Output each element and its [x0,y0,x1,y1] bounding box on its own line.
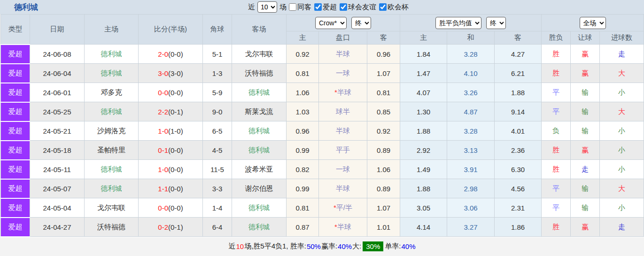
recent-label: 近 [248,3,255,12]
bookmaker-state-select[interactable]: 终 [351,17,371,29]
handicap-cell: 平手 [319,141,367,160]
handicap-label: 球半 [336,107,350,115]
filter-checkbox-爱超[interactable]: 爱超 [314,3,337,12]
col-header-corner: 角球 [203,15,232,45]
corner-score: 6-4 [203,218,232,237]
corner-score: 11-5 [203,160,232,179]
odds-home: 0.99 [287,141,319,160]
subheader-avg-draw: 和 [447,31,495,45]
col-header-away: 客场 [232,15,287,45]
table-row: 爱超 24-05-11 德利城 1-0(0-0) 11-5 波希米亚 0.82 … [1,160,644,179]
away-team: 德利城 [232,198,287,218]
odds-home: 0.82 [287,160,319,179]
fulltime-score: 1-0 [158,127,168,135]
subheader-result: 胜负 [542,31,571,45]
avg-type-select[interactable]: 胜平负均值 [435,17,481,29]
match-date: 24-05-18 [30,141,85,160]
avg-state-select[interactable]: 终 [486,17,506,29]
home-team: 邓多克 [85,83,139,102]
fulltime-score: 0-1 [158,146,168,154]
summary-segment: 50% [307,242,321,250]
avg-home: 1.30 [400,102,447,121]
odds-away: 0.81 [367,83,400,102]
avg-draw: 3.28 [447,121,495,141]
checkbox-input[interactable] [314,3,322,11]
avg-draw: 3.27 [447,218,495,237]
handicap-label: 一球 [336,69,350,77]
league-badge: 爱超 [1,121,30,141]
fulltime-score: 0-0 [158,89,168,97]
table-row: 爱超 24-04-27 沃特福德 0-2(0-1) 6-4 德利城 0.87 *… [1,218,644,237]
score-cell: 0-0(0-0) [139,198,203,218]
halftime-score: (0-0) [168,50,183,58]
league-filter-checkboxes: 同客爱超球会友谊欧会杯 [289,3,409,12]
checkbox-input[interactable] [340,3,347,11]
match-date: 24-06-01 [30,83,85,102]
match-date: 24-05-04 [30,198,85,218]
scope-select[interactable]: 全场 [580,17,606,29]
avg-away: 4.01 [495,121,542,141]
summary-segment: 赢率: [321,242,337,251]
summary-segment: 大: [352,242,361,251]
avg-home: 3.05 [400,198,447,218]
match-date: 24-05-21 [30,121,85,141]
filter-checkbox-欧会杯[interactable]: 欧会杯 [379,3,409,12]
match-history-panel: 德利城 近 10 场 同客爱超球会友谊欧会杯 类型 日期 主场 比分(半场) 角… [0,0,644,256]
subheader-handicap-result: 让球 [571,31,600,45]
away-team: 德利城 [232,83,287,102]
league-badge: 爱超 [1,64,30,83]
games-label: 场 [279,3,287,12]
odds-home: 0.81 [287,198,319,218]
halftime-score: (0-1) [168,223,183,231]
result-goals: 小 [600,121,644,141]
result-winlose: 平 [542,179,571,198]
table-row: 爱超 24-06-04 德利城 3-0(3-0) 1-3 沃特福德 0.81 一… [1,64,644,83]
fulltime-score: 1-1 [158,185,168,193]
halftime-score: (3-0) [168,69,183,77]
odds-away: 0.92 [367,121,400,141]
avg-away: 2.36 [495,141,542,160]
fulltime-score: 2-2 [158,108,168,116]
col-header-home: 主场 [85,15,139,45]
league-badge: 爱超 [1,179,30,198]
checkbox-label: 欧会杯 [388,3,409,12]
recent-count-select[interactable]: 10 [257,1,277,13]
score-cell: 2-2(0-1) [139,102,203,121]
corner-score: 5-9 [203,83,232,102]
handicap-cell: 一球 [319,160,367,179]
checkbox-input[interactable] [379,3,387,11]
result-handicap: 输 [571,102,600,121]
checkbox-label: 同客 [297,3,311,12]
handicap-label: 半球 [336,184,350,192]
col-header-type: 类型 [1,15,30,45]
corner-score: 1-3 [203,64,232,83]
summary-segment: 30% [363,241,383,251]
checkbox-input[interactable] [289,3,296,11]
odds-away: 0.85 [367,102,400,121]
result-winlose: 胜 [542,141,571,160]
odds-home: 0.99 [287,179,319,198]
summary-footer: 近10场,胜5平4负1, 胜率:50% 赢率:40% 大:30% 单率:40% [0,237,644,256]
home-team: 德利城 [85,102,139,121]
away-team: 戈尔韦联 [232,45,287,64]
odds-away: 0.89 [367,141,400,160]
result-handicap: 赢 [571,218,600,237]
handicap-cell: 半球 [319,179,367,198]
subheader-odds-away: 客 [367,31,400,45]
odds-home: 0.92 [287,45,319,64]
odds-dropdown-group: Crow* 终 [287,15,400,31]
table-row: 爱超 24-05-04 戈尔韦联 0-0(0-0) 1-4 德利城 0.81 *… [1,198,644,218]
match-history-table: 类型 日期 主场 比分(半场) 角球 客场 Crow* 终 胜平负均值 终 [0,14,644,237]
filter-checkbox-同客[interactable]: 同客 [289,3,311,12]
result-goals: 走 [600,218,644,237]
result-winlose: 平 [542,198,571,218]
avg-away: 1.88 [495,83,542,102]
result-winlose: 平 [542,102,571,121]
handicap-cell: *半球 [319,83,367,102]
result-goals: 大 [600,102,644,121]
corner-score: 6-5 [203,121,232,141]
avg-away: 4.27 [495,45,542,64]
filter-checkbox-球会友谊[interactable]: 球会友谊 [340,3,376,12]
away-team: 谢尔伯恩 [232,179,287,198]
bookmaker-select[interactable]: Crow* [315,17,347,29]
